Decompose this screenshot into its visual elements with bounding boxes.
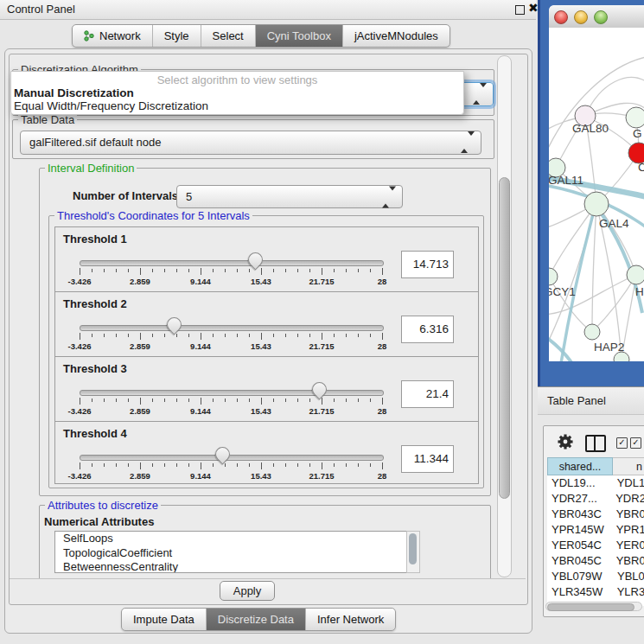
list-item[interactable]: TopologicalCoefficient — [55, 546, 407, 561]
column-header-shared-name[interactable]: shared... — [547, 457, 613, 475]
tab-jactivemnodules[interactable]: jActiveMNodules — [343, 25, 450, 47]
screenshot-root: Control Panel ✖ NetworkStyleSelectCyni T… — [0, 0, 644, 644]
cell-shared-name: YBR045C — [547, 553, 612, 569]
table-row[interactable]: YER054CYER0 — [547, 538, 644, 553]
network-node-gal4[interactable] — [584, 192, 609, 216]
slider-tick — [201, 398, 201, 405]
slider-handle[interactable] — [163, 314, 184, 335]
algorithm-option-equal-width[interactable]: Equal Width/Frequency Discretization — [11, 99, 463, 112]
slider-tick — [128, 399, 129, 402]
tab-discretize-data[interactable]: Discretize Data — [207, 609, 306, 630]
slider-track[interactable] — [80, 455, 384, 461]
minimize-traffic-light-icon[interactable] — [574, 10, 588, 24]
threshold-label: Threshold 4 — [63, 427, 127, 440]
cell-shared-name: YDL19... — [547, 475, 613, 491]
checkbox-checked-icon[interactable]: ✓ — [630, 437, 641, 449]
tab-style[interactable]: Style — [153, 25, 201, 47]
network-node-hap2[interactable] — [584, 324, 600, 340]
network-canvas[interactable]: GAL80GCGAL11GAL4GCY1HHAP2 — [549, 28, 644, 361]
network-node-h[interactable] — [627, 265, 644, 284]
axis-tick-label: 2.859 — [116, 277, 164, 286]
slider-tick — [285, 334, 286, 337]
tab-impute-data[interactable]: Impute Data — [122, 609, 207, 630]
slider-tick — [80, 462, 80, 469]
close-icon[interactable]: ✖ — [528, 1, 539, 15]
slider-tick — [285, 399, 286, 402]
slider-handle[interactable] — [212, 443, 233, 464]
threshold-value-field[interactable]: 6.316 — [401, 316, 454, 343]
checkbox-checked-icon[interactable]: ✓ — [616, 437, 628, 449]
slider-tick — [80, 268, 80, 275]
slider-tick — [370, 463, 371, 467]
close-traffic-light-icon[interactable] — [554, 10, 568, 24]
table-row[interactable]: YDL19...YDL1 — [547, 475, 644, 491]
slider-tick — [334, 269, 335, 272]
table-row[interactable]: YBR043CYBR0 — [547, 507, 644, 522]
table-row[interactable]: YDR27...YDR2 — [547, 491, 644, 507]
table-row[interactable]: YPR145WYPR1 — [547, 522, 644, 538]
cell-name: YDR2 — [611, 491, 644, 507]
slider-tick — [273, 399, 274, 402]
zoom-traffic-light-icon[interactable] — [594, 10, 608, 24]
column-header-name[interactable]: n — [613, 457, 644, 475]
slider-tick — [346, 334, 347, 337]
slider-tick — [152, 269, 153, 272]
algorithm-placeholder-option[interactable]: Select algorithm to view settings — [11, 73, 463, 86]
slider-track[interactable] — [80, 260, 384, 266]
apply-button[interactable]: Apply — [220, 581, 275, 601]
tab-label: Network — [99, 25, 141, 47]
tab-infer-network[interactable]: Infer Network — [306, 609, 395, 630]
tab-network[interactable]: Network — [73, 25, 153, 47]
table-row[interactable]: YBL079WYBL0 — [547, 569, 644, 584]
gear-icon[interactable] — [556, 431, 575, 452]
axis-tick-label: 28 — [358, 471, 406, 481]
network-view-window: GAL80GCGAL11GAL4GCY1HHAP2 — [549, 5, 644, 361]
algorithm-option-manual[interactable]: Manual Discretization — [11, 86, 463, 99]
tab-select[interactable]: Select — [201, 25, 256, 47]
number-of-intervals-combobox[interactable]: 5 — [176, 185, 403, 208]
threshold-value-field[interactable]: 11.344 — [401, 445, 454, 473]
thresholds-viewport: Threshold 1-3.4262.8599.14415.4321.71528… — [54, 226, 479, 484]
float-window-icon[interactable] — [515, 5, 525, 15]
list-item[interactable]: SelfLoops — [55, 532, 407, 546]
table-data-combobox[interactable]: galFiltered.sif default node — [20, 131, 481, 155]
slider-tick — [213, 463, 214, 467]
slider-tick — [322, 333, 322, 340]
axis-tick-label: -3.426 — [55, 277, 104, 286]
slider-track[interactable] — [80, 390, 384, 396]
network-edge[interactable] — [592, 275, 636, 332]
network-node-label: GCY1 — [549, 285, 576, 298]
slider-tick — [249, 463, 250, 467]
attributes-list-scrollbar[interactable] — [406, 531, 420, 573]
network-edge[interactable] — [549, 57, 644, 157]
threshold-value-field[interactable]: 21.4 — [401, 380, 454, 408]
axis-tick-label: -3.426 — [55, 471, 104, 481]
axis-tick-label: 21.715 — [297, 341, 346, 351]
panel-scrollbar-thumb[interactable] — [499, 177, 510, 499]
network-edge[interactable] — [592, 204, 596, 332]
axis-tick-label: -3.426 — [55, 406, 104, 416]
network-node-gcy1[interactable] — [549, 268, 558, 285]
network-node-label: HAP2 — [594, 341, 624, 354]
slider-tick — [140, 398, 141, 405]
table-row[interactable]: YBR045CYBR0 — [547, 553, 644, 569]
split-columns-icon[interactable] — [585, 435, 606, 452]
numerical-attributes-list[interactable]: SelfLoopsTopologicalCoefficientBetweenne… — [54, 531, 408, 573]
tab-cyni-toolbox[interactable]: Cyni Toolbox — [256, 25, 343, 47]
slider-tick — [176, 399, 177, 402]
network-edge[interactable] — [549, 204, 596, 277]
slider-track[interactable] — [80, 325, 384, 331]
table-row[interactable]: YLR345WYLR3 — [547, 584, 644, 600]
network-node-g[interactable] — [626, 107, 644, 128]
panel-scrollbar[interactable] — [497, 55, 512, 577]
threshold-value-field[interactable]: 14.713 — [401, 251, 454, 278]
slider-handle[interactable] — [245, 249, 265, 270]
table-horizontal-scrollbar[interactable] — [545, 602, 642, 611]
slider-handle[interactable] — [309, 379, 329, 399]
combo-spinner-icon — [461, 131, 475, 154]
slider-tick — [370, 269, 371, 272]
list-item[interactable]: BetweennessCentrality — [55, 560, 407, 573]
node-table-card: ✓ ✓ shared... n YDL19...YDL1YDR27...YDR2… — [543, 425, 644, 617]
cell-shared-name: YPR145W — [547, 522, 612, 538]
axis-tick-label: 28 — [358, 341, 406, 351]
